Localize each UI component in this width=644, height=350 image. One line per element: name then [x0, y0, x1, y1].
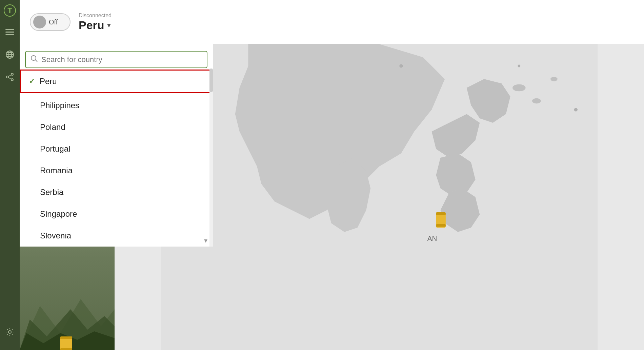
svg-point-26	[532, 98, 541, 103]
svg-line-13	[8, 75, 11, 77]
vpn-toggle[interactable]: Off	[30, 13, 71, 31]
checkmark-icon: ✓	[29, 77, 35, 86]
country-name: Philippines	[40, 101, 79, 110]
country-name: Slovenia	[40, 231, 71, 240]
svg-point-12	[11, 79, 13, 81]
svg-line-14	[8, 78, 11, 79]
country-item-romania[interactable]: Romania	[20, 160, 213, 181]
country-item-slovenia[interactable]: Slovenia	[20, 225, 213, 247]
svg-rect-3	[5, 32, 14, 33]
svg-text:AN: AN	[427, 234, 437, 242]
scroll-down-indicator[interactable]: ▾	[202, 234, 209, 247]
toggle-circle	[33, 16, 46, 28]
country-list: ✓ Peru Philippines Poland Portugal	[20, 68, 213, 247]
svg-point-15	[8, 331, 11, 333]
country-item-portugal[interactable]: Portugal	[20, 138, 213, 160]
svg-point-22	[31, 56, 36, 60]
content-area: ✓ Peru Philippines Poland Portugal	[20, 44, 644, 350]
svg-point-10	[11, 73, 13, 75]
svg-rect-20	[60, 336, 72, 339]
mountains-illustration	[20, 265, 115, 350]
country-name: Romania	[40, 166, 73, 175]
svg-rect-4	[5, 34, 14, 35]
country-item-serbia[interactable]: Serbia	[20, 181, 213, 203]
search-icon	[31, 55, 38, 64]
svg-point-27	[550, 77, 558, 81]
scrollbar-thumb[interactable]	[209, 69, 213, 92]
header-info: Disconnected Peru ▾	[79, 13, 112, 32]
sidebar: T	[0, 0, 20, 350]
country-name: Peru	[40, 77, 57, 86]
svg-text:T: T	[7, 6, 12, 15]
country-selector[interactable]: Peru ▾	[79, 19, 112, 32]
country-name: Singapore	[40, 209, 77, 219]
country-item-poland[interactable]: Poland	[20, 116, 213, 138]
settings-icon[interactable]	[3, 325, 17, 339]
chevron-down-icon: ▾	[107, 21, 110, 29]
selected-country-name: Peru	[79, 19, 104, 32]
country-item-philippines[interactable]: Philippines	[20, 95, 213, 116]
country-name: Poland	[40, 122, 65, 132]
scrollbar-track[interactable]	[209, 69, 213, 247]
svg-point-30	[574, 108, 578, 111]
country-name: Portugal	[40, 144, 70, 154]
svg-rect-2	[5, 29, 14, 30]
svg-point-28	[399, 64, 403, 67]
svg-point-11	[6, 76, 8, 78]
country-name: Serbia	[40, 188, 63, 197]
svg-rect-33	[436, 224, 446, 227]
search-box[interactable]	[25, 51, 207, 68]
app-logo[interactable]: T	[3, 4, 16, 17]
globe-icon[interactable]	[3, 47, 17, 62]
main-area: Off Disconnected Peru ▾	[20, 0, 644, 350]
svg-point-25	[512, 84, 526, 92]
menu-icon[interactable]	[3, 25, 17, 39]
svg-point-29	[518, 65, 520, 67]
svg-rect-32	[436, 212, 446, 215]
country-item-peru[interactable]: ✓ Peru	[20, 70, 213, 93]
country-item-singapore[interactable]: Singapore	[20, 203, 213, 225]
toggle-label: Off	[49, 18, 58, 26]
search-input[interactable]	[41, 55, 202, 64]
country-dropdown: ✓ Peru Philippines Poland Portugal	[20, 44, 213, 247]
header: Off Disconnected Peru ▾	[20, 0, 644, 44]
svg-rect-21	[60, 348, 72, 350]
share-icon[interactable]	[3, 70, 17, 84]
svg-line-23	[36, 60, 38, 62]
connection-status: Disconnected	[79, 13, 112, 19]
